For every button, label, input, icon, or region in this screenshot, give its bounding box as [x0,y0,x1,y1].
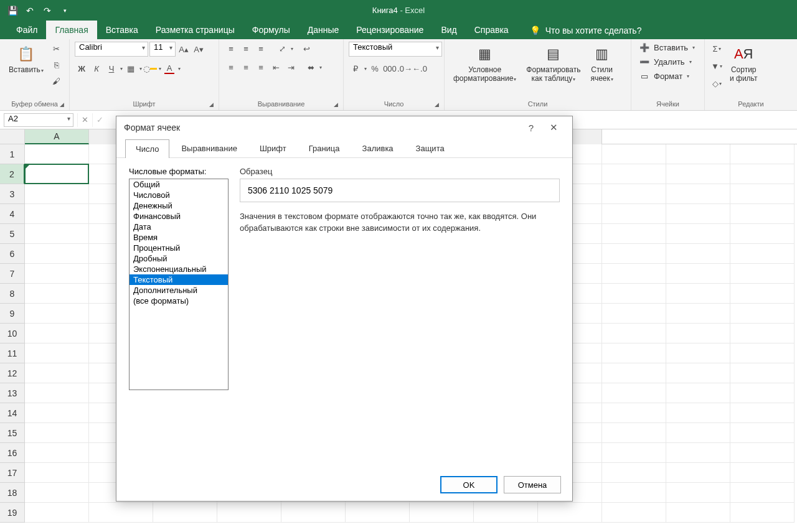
format-as-table-button[interactable]: ▤ Форматировать как таблицу▾ [522,42,584,86]
merge-icon[interactable]: ⬌ [304,60,318,74]
column-header[interactable]: A [25,129,89,144]
format-option[interactable]: Дополнительный [130,285,228,296]
dialog-tab[interactable]: Заливка [352,139,404,157]
align-right-icon[interactable]: ≡ [254,60,268,74]
number-dialog-icon[interactable]: ◢ [435,101,439,108]
fill-icon[interactable]: ▼▾ [710,59,724,73]
row-header[interactable]: 5 [0,224,25,244]
row-header[interactable]: 14 [0,403,25,423]
cell[interactable] [666,224,730,244]
name-box[interactable]: A2 [4,113,73,127]
tab-review[interactable]: Рецензирование [347,21,432,39]
cell[interactable] [602,304,666,324]
cell[interactable] [730,383,795,403]
decrease-font-icon[interactable]: A▾ [192,42,205,56]
help-icon[interactable]: ? [520,123,542,133]
row-header[interactable]: 2 [0,164,25,184]
cell[interactable] [25,363,89,383]
cell[interactable] [25,184,89,204]
cell[interactable] [666,304,730,324]
cell[interactable] [25,443,89,463]
row-header[interactable]: 19 [0,503,25,523]
cell[interactable] [730,204,795,224]
cell[interactable] [153,503,217,523]
align-middle-icon[interactable]: ≡ [239,42,253,55]
cell[interactable] [730,264,795,284]
cell[interactable] [666,463,730,483]
tab-help[interactable]: Справка [466,21,517,39]
cell[interactable] [602,164,666,184]
cell[interactable] [474,503,538,523]
cell[interactable] [25,503,89,523]
increase-indent-icon[interactable]: ⇥ [284,60,298,74]
save-icon[interactable]: 💾 [4,2,21,19]
cell[interactable] [666,144,730,164]
increase-font-icon[interactable]: A▴ [177,42,191,56]
cell[interactable] [730,224,795,244]
cell[interactable] [25,483,89,503]
cell[interactable] [25,284,89,304]
cell[interactable] [730,503,795,523]
tab-home[interactable]: Главная [46,21,97,39]
paste-button[interactable]: 📋 Вставить▾ [5,42,47,77]
cell[interactable] [602,284,666,304]
cell[interactable] [281,503,346,523]
font-name-combo[interactable]: Calibri [75,42,148,57]
dialog-tab[interactable]: Шрифт [249,139,297,157]
font-dialog-icon[interactable]: ◢ [209,101,214,108]
clipboard-dialog-icon[interactable]: ◢ [60,101,64,108]
format-option[interactable]: (все форматы) [130,296,228,306]
row-header[interactable]: 3 [0,184,25,204]
row-header[interactable]: 12 [0,363,25,383]
cell[interactable] [602,403,666,423]
dialog-tab[interactable]: Число [125,139,169,158]
row-header[interactable]: 13 [0,383,25,403]
format-option[interactable]: Числовой [130,190,228,200]
row-header[interactable]: 8 [0,284,25,304]
cell[interactable] [730,343,795,363]
cancel-formula-icon[interactable]: ✕ [77,113,92,127]
orientation-icon[interactable]: ⤢ [275,42,289,55]
cell[interactable] [666,264,730,284]
cell[interactable] [602,184,666,204]
wrap-text-icon[interactable]: ↩ [299,42,313,55]
cell[interactable] [602,224,666,244]
cell[interactable] [666,204,730,224]
row-header[interactable]: 6 [0,244,25,264]
cell[interactable] [730,244,795,264]
cell[interactable] [730,403,795,423]
format-option[interactable]: Время [130,232,228,243]
cell[interactable] [602,463,666,483]
cell[interactable] [666,483,730,503]
copy-icon[interactable]: ⎘ [50,58,64,72]
comma-icon[interactable]: 000 [383,62,397,75]
format-option[interactable]: Денежный [130,200,228,211]
cell[interactable] [25,204,89,224]
row-header[interactable]: 10 [0,324,25,343]
cell[interactable] [730,483,795,503]
font-size-combo[interactable]: 11 [149,42,176,57]
cell[interactable] [25,324,89,343]
undo-icon[interactable]: ↶ [21,2,39,19]
cell[interactable] [25,383,89,403]
tab-data[interactable]: Данные [299,21,348,39]
row-header[interactable]: 11 [0,343,25,363]
cell[interactable] [602,144,666,164]
number-format-combo[interactable]: Текстовый [349,42,442,57]
decrease-indent-icon[interactable]: ⇤ [269,60,283,74]
cell[interactable] [25,244,89,264]
percent-icon[interactable]: % [368,62,382,75]
cell[interactable] [730,324,795,343]
cell[interactable] [602,343,666,363]
number-formats-listbox[interactable]: ОбщийЧисловойДенежныйФинансовыйДатаВремя… [129,179,229,390]
cell[interactable] [666,244,730,264]
cancel-button[interactable]: Отмена [504,476,561,493]
format-option[interactable]: Дробный [130,253,228,264]
align-left-icon[interactable]: ≡ [224,60,238,74]
tab-file[interactable]: Файл [7,21,46,39]
cell[interactable] [730,144,795,164]
cell[interactable] [730,184,795,204]
sort-filter-button[interactable]: АЯ Сортир и фильт [726,42,761,86]
format-option[interactable]: Общий [130,179,228,190]
cell[interactable] [666,423,730,443]
